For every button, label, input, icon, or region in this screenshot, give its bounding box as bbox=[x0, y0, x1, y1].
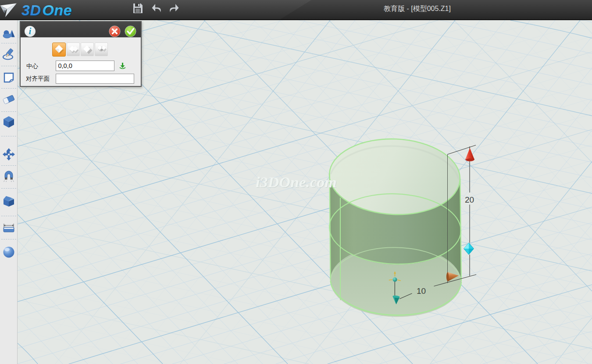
svg-text:20: 20 bbox=[465, 195, 474, 204]
svg-text:3DOne: 3DOne bbox=[21, 2, 72, 18]
svg-text:10: 10 bbox=[417, 286, 426, 296]
svg-text:i3DOne.com: i3DOne.com bbox=[256, 175, 337, 190]
